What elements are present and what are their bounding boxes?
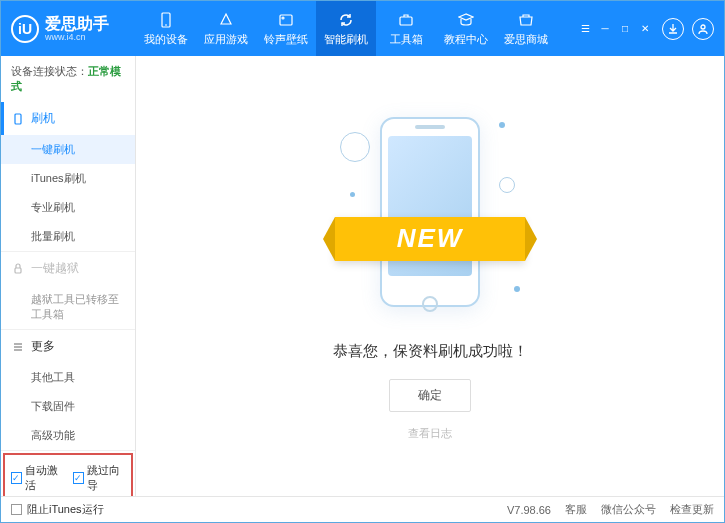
customer-service-link[interactable]: 客服 (565, 502, 587, 517)
nav-tutorials[interactable]: 教程中心 (436, 1, 496, 56)
refresh-icon (337, 11, 355, 29)
app-window: iU 爱思助手 www.i4.cn 我的设备 应用游戏 铃声壁纸 智能刷机 (0, 0, 725, 523)
nav-label: 铃声壁纸 (264, 32, 308, 47)
minimize-button[interactable]: ─ (596, 22, 614, 36)
app-name: 爱思助手 (45, 15, 109, 33)
graduation-icon (457, 11, 475, 29)
window-controls: ☰ ─ □ ✕ (576, 22, 654, 36)
nav-label: 我的设备 (144, 32, 188, 47)
nav-label: 工具箱 (390, 32, 423, 47)
version-label: V7.98.66 (507, 504, 551, 516)
success-message: 恭喜您，保资料刷机成功啦！ (333, 342, 528, 361)
lock-icon (11, 262, 25, 276)
footer: 阻止iTunes运行 V7.98.66 客服 微信公众号 检查更新 (1, 496, 724, 522)
footer-left: 阻止iTunes运行 (11, 502, 104, 517)
footer-right: V7.98.66 客服 微信公众号 检查更新 (507, 502, 714, 517)
ok-button[interactable]: 确定 (389, 379, 471, 412)
svg-rect-2 (280, 15, 292, 25)
svg-rect-7 (15, 268, 21, 273)
nav-label: 爱思商城 (504, 32, 548, 47)
body: 设备连接状态：正常模式 刷机 一键刷机 iTunes刷机 专业刷机 批量刷机 一… (1, 56, 724, 496)
nav-my-device[interactable]: 我的设备 (136, 1, 196, 56)
checkbox-block-itunes[interactable]: 阻止iTunes运行 (11, 502, 104, 517)
wechat-link[interactable]: 微信公众号 (601, 502, 656, 517)
section-title: 一键越狱 (31, 260, 79, 277)
section-title: 刷机 (31, 110, 55, 127)
svg-rect-6 (15, 114, 21, 124)
section-flash-head[interactable]: 刷机 (1, 102, 135, 135)
section-title: 更多 (31, 338, 55, 355)
options-row: ✓ 自动激活 ✓ 跳过向导 (3, 453, 133, 496)
logo-icon: iU (11, 15, 39, 43)
checkbox-label: 跳过向导 (87, 463, 125, 493)
app-url: www.i4.cn (45, 32, 109, 42)
device-status: 设备连接状态：正常模式 (1, 56, 135, 102)
maximize-button[interactable]: □ (616, 22, 634, 36)
wallpaper-icon (277, 11, 295, 29)
sidebar-item-download-fw[interactable]: 下载固件 (1, 392, 135, 421)
download-button[interactable] (662, 18, 684, 40)
svg-point-5 (701, 25, 705, 29)
checkbox-skip-guide[interactable]: ✓ 跳过向导 (73, 463, 125, 493)
section-jailbreak: 一键越狱 越狱工具已转移至 工具箱 (1, 252, 135, 330)
svg-rect-4 (400, 17, 412, 25)
user-button[interactable] (692, 18, 714, 40)
nav-toolbox[interactable]: 工具箱 (376, 1, 436, 56)
main-content: NEW 恭喜您，保资料刷机成功啦！ 确定 查看日志 (136, 56, 724, 496)
phone-icon (11, 112, 25, 126)
sidebar: 设备连接状态：正常模式 刷机 一键刷机 iTunes刷机 专业刷机 批量刷机 一… (1, 56, 136, 496)
checkbox-label: 阻止iTunes运行 (27, 502, 104, 517)
section-more: 更多 其他工具 下载固件 高级功能 (1, 330, 135, 451)
sidebar-item-pro-flash[interactable]: 专业刷机 (1, 193, 135, 222)
nav-flash[interactable]: 智能刷机 (316, 1, 376, 56)
phone-icon (157, 11, 175, 29)
check-update-link[interactable]: 检查更新 (670, 502, 714, 517)
appstore-icon (217, 11, 235, 29)
check-icon: ✓ (11, 472, 22, 484)
nav-apps[interactable]: 应用游戏 (196, 1, 256, 56)
check-icon: ✓ (73, 472, 84, 484)
status-label: 设备连接状态： (11, 65, 88, 77)
sidebar-item-other-tools[interactable]: 其他工具 (1, 363, 135, 392)
checkbox-auto-activate[interactable]: ✓ 自动激活 (11, 463, 63, 493)
nav-label: 应用游戏 (204, 32, 248, 47)
store-icon (517, 11, 535, 29)
nav-ringtones[interactable]: 铃声壁纸 (256, 1, 316, 56)
sidebar-item-batch-flash[interactable]: 批量刷机 (1, 222, 135, 251)
sidebar-item-itunes-flash[interactable]: iTunes刷机 (1, 164, 135, 193)
nav-tabs: 我的设备 应用游戏 铃声壁纸 智能刷机 工具箱 教程中心 (136, 1, 566, 56)
new-banner: NEW (335, 217, 525, 261)
jailbreak-note: 越狱工具已转移至 工具箱 (1, 285, 135, 329)
sidebar-item-advanced[interactable]: 高级功能 (1, 421, 135, 450)
success-illustration: NEW (365, 112, 495, 322)
section-more-head[interactable]: 更多 (1, 330, 135, 363)
list-icon (11, 340, 25, 354)
nav-store[interactable]: 爱思商城 (496, 1, 556, 56)
nav-label: 教程中心 (444, 32, 488, 47)
titlebar: iU 爱思助手 www.i4.cn 我的设备 应用游戏 铃声壁纸 智能刷机 (1, 1, 724, 56)
title-right: ☰ ─ □ ✕ (566, 18, 714, 40)
svg-point-3 (282, 17, 284, 19)
close-button[interactable]: ✕ (636, 22, 654, 36)
logo-area: iU 爱思助手 www.i4.cn (11, 15, 136, 43)
toolbox-icon (397, 11, 415, 29)
sidebar-item-oneclick-flash[interactable]: 一键刷机 (1, 135, 135, 164)
menu-icon[interactable]: ☰ (576, 22, 594, 36)
checkbox-label: 自动激活 (25, 463, 63, 493)
checkbox-icon (11, 504, 22, 515)
section-jailbreak-head[interactable]: 一键越狱 (1, 252, 135, 285)
view-log-link[interactable]: 查看日志 (408, 426, 452, 441)
nav-label: 智能刷机 (324, 32, 368, 47)
section-flash: 刷机 一键刷机 iTunes刷机 专业刷机 批量刷机 (1, 102, 135, 252)
